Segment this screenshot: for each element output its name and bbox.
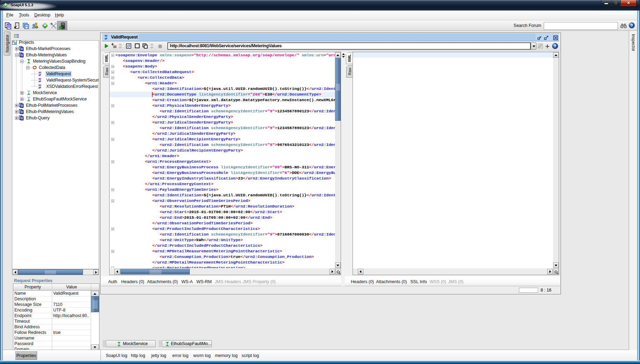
svg-text:SO: SO [105, 35, 107, 37]
svg-text:SO: SO [119, 44, 122, 46]
svg-text:?: ? [554, 44, 556, 48]
svg-text:SO: SO [39, 84, 41, 87]
svg-text:AP: AP [39, 87, 41, 89]
svg-text:AP: AP [39, 74, 41, 76]
svg-text:?: ? [631, 23, 633, 28]
svg-text:SO: SO [39, 78, 41, 80]
svg-text:AP: AP [105, 38, 107, 40]
svg-text:SO: SO [39, 72, 41, 74]
svg-text:AP: AP [119, 47, 122, 48]
svg-text:AP: AP [151, 47, 153, 48]
svg-text:AP: AP [39, 80, 41, 83]
svg-text:SO: SO [151, 44, 153, 46]
